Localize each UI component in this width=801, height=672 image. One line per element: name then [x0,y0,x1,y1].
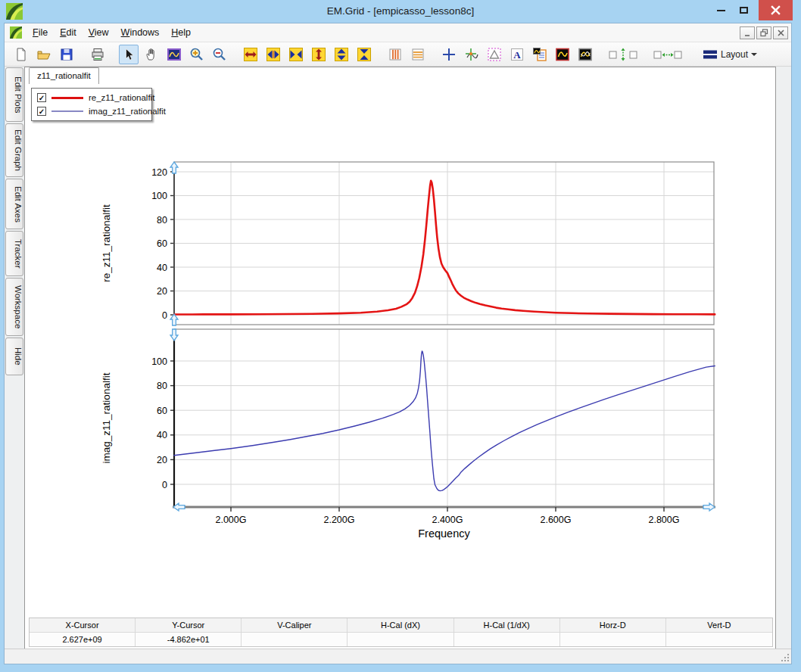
mdi-restore-button[interactable] [756,26,771,39]
sidebar: Edit Plots Edit Graph Edit Axes Tracker … [5,67,24,377]
mdi-close-button[interactable] [773,26,788,39]
save-file-button[interactable] [57,45,76,64]
document-logo-icon[interactable] [10,26,22,39]
caliper-triangle-button[interactable] [485,45,504,64]
crosshair-plus-icon [441,47,457,62]
charts-svg: 020406080100120re_z11_rationalfit0204060… [25,67,777,650]
toolbar: A [5,42,791,67]
single-plot-dark-button[interactable] [553,45,572,64]
crosshair-plus-button[interactable] [439,45,459,64]
arrows-out-x-button[interactable] [263,45,283,64]
compress-y-icon [357,47,372,62]
plot-document: 020406080100120re_z11_rationalfit0204060… [24,67,776,649]
zoom-out-button[interactable] [210,45,229,64]
tracker-crosshair-icon [464,47,479,62]
menu-file[interactable]: File [26,24,54,41]
zoom-region-icon [167,47,182,62]
mdi-close-icon [778,30,784,36]
legend-toggle-button[interactable] [530,45,550,64]
multi-plot-dark-button[interactable] [575,45,595,64]
legend-row: ✓ imag_z11_rationalfit [32,104,151,118]
arrows-in-x-button[interactable] [286,45,306,64]
expand-y-button[interactable] [309,45,329,64]
horizontal-stripes-button[interactable] [408,45,428,64]
col-y-cursor: Y-Cursor [136,618,242,632]
minimize-button[interactable] [710,0,731,20]
legend-label-re: re_z11_rationalfit [89,93,154,102]
sidebar-item-edit-graph[interactable]: Edit Graph [5,123,23,177]
app-frame: File Edit View Windows Help [4,23,792,664]
measurement-value-row: 2.627e+09 -4.862e+01 [30,632,772,646]
h-cal-1dx-value [454,632,560,646]
svg-text:80: 80 [157,381,167,391]
svg-text:40: 40 [157,263,167,273]
open-file-button[interactable] [34,45,54,64]
resize-grip[interactable] [781,654,789,661]
sidebar-item-edit-plots[interactable]: Edit Plots [5,67,23,122]
series-imag_z11_rationalfit [174,351,715,491]
printer-icon [90,47,105,62]
svg-text:100: 100 [151,191,167,201]
layout-label: Layout [721,49,748,60]
sidebar-item-tracker[interactable]: Tracker [5,231,23,276]
vert-d-value [666,632,772,646]
mdi-restore-icon [760,29,768,37]
zoom-in-button[interactable] [187,45,207,64]
cursor-measurement-table: X-Cursor Y-Cursor V-Caliper H-Cal (dX) H… [29,618,773,647]
sidebar-item-edit-axes[interactable]: Edit Axes [5,179,23,229]
svg-text:80: 80 [157,215,167,226]
align-horizontal-icon [653,47,683,62]
expand-x-button[interactable] [241,45,260,64]
maximize-button[interactable] [733,0,754,20]
close-icon [771,5,781,15]
align-horizontal-button[interactable] [651,45,684,64]
sidebar-item-hide[interactable]: Hide [5,338,23,375]
menu-help[interactable]: Help [165,24,197,41]
x-axis-handle-left[interactable] [173,503,185,511]
align-vertical-button[interactable] [606,45,640,64]
new-file-button[interactable] [11,45,31,64]
plot-legend: ✓ re_z11_rationalfit ✓ imag_z11_rational… [31,88,152,121]
arrows-out-y-button[interactable] [332,45,351,64]
y-axis-title: re_z11_rationalfit [101,204,112,282]
col-horz-d: Horz-D [560,618,666,632]
vertical-stripes-button[interactable] [385,45,405,64]
svg-text:0: 0 [162,480,167,490]
pan-hand-button[interactable] [142,45,161,64]
x-cursor-value: 2.627e+09 [30,632,136,646]
menu-view[interactable]: View [83,24,115,41]
close-button[interactable] [759,0,793,20]
col-h-cal-dx: H-Cal (dX) [348,618,453,632]
zoom-out-icon [212,47,227,62]
legend-checkbox-re[interactable]: ✓ [37,93,46,102]
svg-text:A: A [513,48,521,60]
chevron-down-icon [751,53,757,56]
caliper-triangle-icon [487,47,502,62]
y-axis-handle-bottom-chart1[interactable] [170,314,178,325]
single-plot-dark-icon [555,47,570,62]
menu-windows[interactable]: Windows [115,24,166,41]
zoom-region-button[interactable] [164,45,184,64]
text-annotation-button[interactable]: A [507,45,527,64]
y-axis-handle-top-chart2[interactable] [170,329,178,341]
col-vert-d: Vert-D [666,618,772,632]
mdi-window-buttons [740,26,788,39]
legend-checkbox-imag[interactable]: ✓ [37,107,46,116]
y-axis-title: imag_z11_rationalfit [101,372,112,463]
tracker-crosshair-button[interactable] [462,45,482,64]
tab-z11-rationalfit[interactable]: z11_rationalfit [29,67,99,84]
compress-y-button[interactable] [354,45,374,64]
sidebar-item-workspace[interactable]: Workspace [5,278,23,336]
menu-edit[interactable]: Edit [54,24,83,41]
em-grid-window: { "window": { "title": "EM.Grid - [empic… [0,0,801,672]
mdi-minimize-button[interactable] [740,26,755,39]
layout-dropdown-button[interactable]: Layout [698,46,762,63]
title-bar: EM.Grid - [empicasso_lesson8c] [0,0,801,23]
select-arrow-button[interactable] [119,45,139,64]
arrows-in-x-icon [288,47,304,62]
vertical-stripes-icon [388,47,403,62]
expand-y-icon [311,47,326,62]
svg-text:120: 120 [151,167,167,178]
print-button[interactable] [88,45,108,64]
x-axis-handle-right[interactable] [703,503,715,511]
